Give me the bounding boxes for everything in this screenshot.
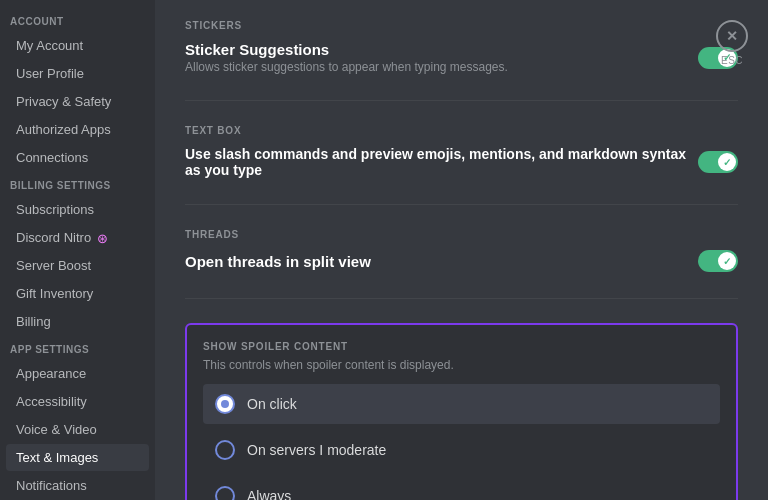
stickers-tag: STICKERS	[185, 20, 738, 31]
radio-on-servers[interactable]: On servers I moderate	[203, 430, 720, 470]
threads-toggle[interactable]	[698, 250, 738, 272]
sidebar-item-label: Connections	[16, 150, 88, 165]
sidebar-item-server-boost[interactable]: Server Boost	[6, 252, 149, 279]
sidebar-item-appearance[interactable]: Appearance	[6, 360, 149, 387]
sidebar-item-notifications[interactable]: Notifications	[6, 472, 149, 499]
radio-circle-on-servers	[215, 440, 235, 460]
sidebar-item-subscriptions[interactable]: Subscriptions	[6, 196, 149, 223]
radio-circle-always	[215, 486, 235, 500]
textbox-row: Use slash commands and preview emojis, m…	[185, 146, 738, 178]
esc-circle: ✕	[716, 20, 748, 52]
sidebar-item-voice-video[interactable]: Voice & Video	[6, 416, 149, 443]
textbox-section: TEXT BOX Use slash commands and preview …	[185, 125, 738, 205]
nitro-icon: ⊛	[97, 231, 111, 245]
account-section-label: ACCOUNT	[0, 8, 155, 31]
toggle-knob	[718, 153, 736, 171]
sidebar-item-label: Accessibility	[16, 394, 87, 409]
threads-tag: THREADS	[185, 229, 738, 240]
sidebar-item-label: Appearance	[16, 366, 86, 381]
radio-circle-on-click	[215, 394, 235, 414]
sidebar-item-gift-inventory[interactable]: Gift Inventory	[6, 280, 149, 307]
sidebar-item-authorized-apps[interactable]: Authorized Apps	[6, 116, 149, 143]
sidebar-item-label: User Profile	[16, 66, 84, 81]
radio-on-click[interactable]: On click	[203, 384, 720, 424]
sidebar-item-user-profile[interactable]: User Profile	[6, 60, 149, 87]
stickers-section: STICKERS Sticker Suggestions Allows stic…	[185, 20, 738, 101]
esc-label: ESC	[721, 55, 743, 66]
sidebar-item-label: Subscriptions	[16, 202, 94, 217]
sidebar-item-label: My Account	[16, 38, 83, 53]
sticker-suggestions-text: Sticker Suggestions Allows sticker sugge…	[185, 41, 508, 74]
spoiler-desc: This controls when spoiler content is di…	[203, 358, 720, 372]
sidebar-item-label: Server Boost	[16, 258, 91, 273]
main-content: STICKERS Sticker Suggestions Allows stic…	[155, 0, 768, 500]
threads-title: Open threads in split view	[185, 253, 371, 270]
app-section-label: APP SETTINGS	[0, 336, 155, 359]
billing-section-label: BILLING SETTINGS	[0, 172, 155, 195]
threads-row: Open threads in split view	[185, 250, 738, 272]
sidebar-item-my-account[interactable]: My Account	[6, 32, 149, 59]
sidebar-item-label: Billing	[16, 314, 51, 329]
radio-always[interactable]: Always	[203, 476, 720, 500]
esc-button[interactable]: ✕ ESC	[716, 20, 748, 66]
spoiler-tag: SHOW SPOILER CONTENT	[203, 341, 720, 352]
sidebar-item-label: Notifications	[16, 478, 87, 493]
sidebar-item-label: Privacy & Safety	[16, 94, 111, 109]
textbox-title: Use slash commands and preview emojis, m…	[185, 146, 698, 178]
textbox-tag: TEXT BOX	[185, 125, 738, 136]
sidebar-item-billing[interactable]: Billing	[6, 308, 149, 335]
sticker-suggestions-row: Sticker Suggestions Allows sticker sugge…	[185, 41, 738, 74]
close-icon: ✕	[726, 28, 738, 44]
sticker-suggestions-title: Sticker Suggestions	[185, 41, 508, 58]
sidebar-item-label: Authorized Apps	[16, 122, 111, 137]
sidebar-item-privacy-safety[interactable]: Privacy & Safety	[6, 88, 149, 115]
radio-label-on-click: On click	[247, 396, 297, 412]
textbox-toggle[interactable]	[698, 151, 738, 173]
radio-label-on-servers: On servers I moderate	[247, 442, 386, 458]
sidebar-item-connections[interactable]: Connections	[6, 144, 149, 171]
sidebar: ACCOUNT My Account User Profile Privacy …	[0, 0, 155, 500]
sidebar-item-label: Discord Nitro	[16, 230, 91, 245]
sidebar-item-discord-nitro[interactable]: Discord Nitro ⊛	[6, 224, 149, 251]
toggle-knob	[718, 252, 736, 270]
sidebar-item-text-images[interactable]: Text & Images	[6, 444, 149, 471]
spoiler-section: SHOW SPOILER CONTENT This controls when …	[185, 323, 738, 500]
sidebar-item-label: Text & Images	[16, 450, 98, 465]
threads-section: THREADS Open threads in split view	[185, 229, 738, 299]
sidebar-item-label: Gift Inventory	[16, 286, 93, 301]
sidebar-item-accessibility[interactable]: Accessibility	[6, 388, 149, 415]
radio-label-always: Always	[247, 488, 291, 500]
sticker-suggestions-desc: Allows sticker suggestions to appear whe…	[185, 60, 508, 74]
sidebar-item-label: Voice & Video	[16, 422, 97, 437]
